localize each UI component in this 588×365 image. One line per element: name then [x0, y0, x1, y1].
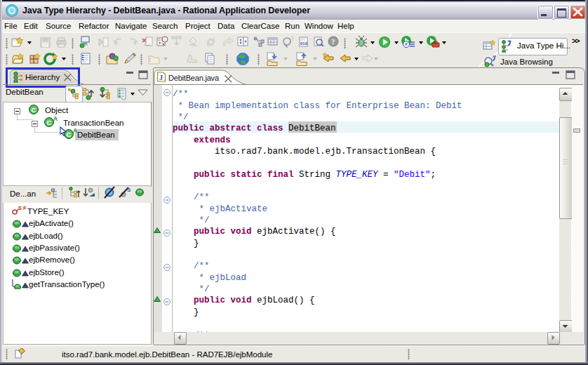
svg-text:S: S: [127, 187, 131, 193]
svg-text:S: S: [18, 205, 22, 211]
svg-text:?: ?: [331, 38, 335, 46]
svg-text:010: 010: [300, 41, 308, 46]
svg-text:J: J: [159, 74, 163, 81]
svg-text:F: F: [23, 205, 27, 211]
svg-text:C: C: [46, 119, 51, 126]
svg-text:C: C: [31, 106, 36, 114]
